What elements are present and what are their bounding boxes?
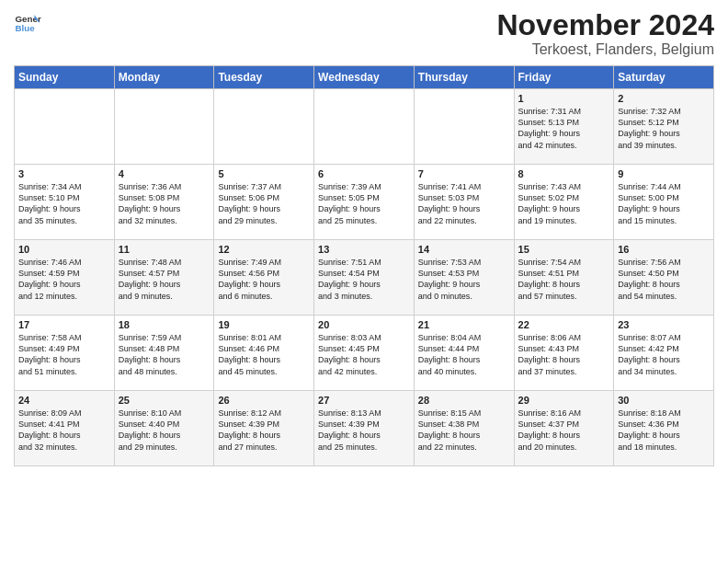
day-info: Sunrise: 7:56 AM Sunset: 4:50 PM Dayligh… bbox=[618, 257, 710, 302]
calendar-cell: 26Sunrise: 8:12 AM Sunset: 4:39 PM Dayli… bbox=[214, 391, 314, 466]
calendar-week-1: 1Sunrise: 7:31 AM Sunset: 5:13 PM Daylig… bbox=[15, 89, 714, 165]
calendar-cell: 29Sunrise: 8:16 AM Sunset: 4:37 PM Dayli… bbox=[514, 391, 614, 466]
calendar-cell: 12Sunrise: 7:49 AM Sunset: 4:56 PM Dayli… bbox=[214, 240, 314, 316]
day-info: Sunrise: 7:37 AM Sunset: 5:06 PM Dayligh… bbox=[218, 181, 310, 226]
day-number: 3 bbox=[18, 168, 110, 179]
calendar-week-5: 24Sunrise: 8:09 AM Sunset: 4:41 PM Dayli… bbox=[15, 391, 714, 466]
day-number: 18 bbox=[119, 319, 210, 330]
calendar-cell: 22Sunrise: 8:06 AM Sunset: 4:43 PM Dayli… bbox=[514, 316, 614, 391]
calendar-cell: 21Sunrise: 8:04 AM Sunset: 4:44 PM Dayli… bbox=[414, 316, 514, 391]
day-info: Sunrise: 7:34 AM Sunset: 5:10 PM Dayligh… bbox=[18, 181, 110, 226]
day-info: Sunrise: 7:53 AM Sunset: 4:53 PM Dayligh… bbox=[418, 257, 510, 302]
calendar-cell bbox=[15, 89, 115, 165]
col-tuesday: Tuesday bbox=[214, 66, 314, 89]
day-info: Sunrise: 8:03 AM Sunset: 4:45 PM Dayligh… bbox=[318, 332, 410, 377]
header: General Blue November 2024 Terkoest, Fla… bbox=[14, 9, 714, 58]
day-info: Sunrise: 7:54 AM Sunset: 4:51 PM Dayligh… bbox=[518, 257, 610, 302]
page-subtitle: Terkoest, Flanders, Belgium bbox=[496, 41, 714, 58]
day-number: 21 bbox=[418, 319, 510, 330]
calendar-week-4: 17Sunrise: 7:58 AM Sunset: 4:49 PM Dayli… bbox=[15, 316, 714, 391]
day-number: 24 bbox=[18, 395, 110, 406]
day-number: 1 bbox=[518, 93, 610, 104]
day-info: Sunrise: 8:09 AM Sunset: 4:41 PM Dayligh… bbox=[18, 408, 110, 453]
calendar-cell: 7Sunrise: 7:41 AM Sunset: 5:03 PM Daylig… bbox=[414, 165, 514, 240]
calendar-cell: 5Sunrise: 7:37 AM Sunset: 5:06 PM Daylig… bbox=[214, 165, 314, 240]
day-number: 30 bbox=[618, 395, 710, 406]
svg-text:General: General bbox=[16, 14, 42, 24]
day-info: Sunrise: 7:39 AM Sunset: 5:05 PM Dayligh… bbox=[318, 181, 410, 226]
day-number: 14 bbox=[418, 244, 510, 255]
day-number: 26 bbox=[218, 395, 310, 406]
day-number: 2 bbox=[618, 93, 710, 104]
calendar-cell: 17Sunrise: 7:58 AM Sunset: 4:49 PM Dayli… bbox=[15, 316, 115, 391]
calendar-cell: 11Sunrise: 7:48 AM Sunset: 4:57 PM Dayli… bbox=[114, 240, 214, 316]
col-thursday: Thursday bbox=[414, 66, 514, 89]
calendar-cell: 8Sunrise: 7:43 AM Sunset: 5:02 PM Daylig… bbox=[514, 165, 614, 240]
calendar-cell: 2Sunrise: 7:32 AM Sunset: 5:12 PM Daylig… bbox=[614, 89, 714, 165]
day-number: 9 bbox=[618, 168, 710, 179]
day-number: 25 bbox=[119, 395, 210, 406]
day-number: 4 bbox=[119, 168, 210, 179]
day-info: Sunrise: 7:31 AM Sunset: 5:13 PM Dayligh… bbox=[518, 106, 610, 151]
day-info: Sunrise: 7:49 AM Sunset: 4:56 PM Dayligh… bbox=[218, 257, 310, 302]
day-number: 27 bbox=[318, 395, 410, 406]
day-info: Sunrise: 8:16 AM Sunset: 4:37 PM Dayligh… bbox=[518, 408, 610, 453]
calendar-cell: 9Sunrise: 7:44 AM Sunset: 5:00 PM Daylig… bbox=[614, 165, 714, 240]
day-number: 12 bbox=[218, 244, 310, 255]
day-number: 29 bbox=[518, 395, 610, 406]
day-info: Sunrise: 8:10 AM Sunset: 4:40 PM Dayligh… bbox=[119, 408, 210, 453]
col-friday: Friday bbox=[514, 66, 614, 89]
day-info: Sunrise: 7:58 AM Sunset: 4:49 PM Dayligh… bbox=[18, 332, 110, 377]
calendar-cell: 16Sunrise: 7:56 AM Sunset: 4:50 PM Dayli… bbox=[614, 240, 714, 316]
day-number: 22 bbox=[518, 319, 610, 330]
day-number: 19 bbox=[218, 319, 310, 330]
day-info: Sunrise: 7:48 AM Sunset: 4:57 PM Dayligh… bbox=[119, 257, 210, 302]
day-number: 15 bbox=[518, 244, 610, 255]
day-number: 13 bbox=[318, 244, 410, 255]
calendar-cell: 10Sunrise: 7:46 AM Sunset: 4:59 PM Dayli… bbox=[15, 240, 115, 316]
day-info: Sunrise: 8:12 AM Sunset: 4:39 PM Dayligh… bbox=[218, 408, 310, 453]
day-number: 8 bbox=[518, 168, 610, 179]
day-number: 17 bbox=[18, 319, 110, 330]
day-info: Sunrise: 8:01 AM Sunset: 4:46 PM Dayligh… bbox=[218, 332, 310, 377]
day-info: Sunrise: 7:41 AM Sunset: 5:03 PM Dayligh… bbox=[418, 181, 510, 226]
day-info: Sunrise: 8:06 AM Sunset: 4:43 PM Dayligh… bbox=[518, 332, 610, 377]
title-block: November 2024 Terkoest, Flanders, Belgiu… bbox=[496, 9, 714, 58]
calendar-week-2: 3Sunrise: 7:34 AM Sunset: 5:10 PM Daylig… bbox=[15, 165, 714, 240]
day-info: Sunrise: 8:15 AM Sunset: 4:38 PM Dayligh… bbox=[418, 408, 510, 453]
calendar-table: Sunday Monday Tuesday Wednesday Thursday… bbox=[14, 65, 714, 466]
day-info: Sunrise: 7:36 AM Sunset: 5:08 PM Dayligh… bbox=[119, 181, 210, 226]
calendar-cell: 1Sunrise: 7:31 AM Sunset: 5:13 PM Daylig… bbox=[514, 89, 614, 165]
page-container: General Blue November 2024 Terkoest, Fla… bbox=[0, 0, 728, 471]
day-number: 20 bbox=[318, 319, 410, 330]
day-number: 6 bbox=[318, 168, 410, 179]
calendar-cell: 25Sunrise: 8:10 AM Sunset: 4:40 PM Dayli… bbox=[114, 391, 214, 466]
day-info: Sunrise: 8:18 AM Sunset: 4:36 PM Dayligh… bbox=[618, 408, 710, 453]
calendar-cell: 24Sunrise: 8:09 AM Sunset: 4:41 PM Dayli… bbox=[15, 391, 115, 466]
page-title: November 2024 bbox=[496, 9, 714, 41]
calendar-week-3: 10Sunrise: 7:46 AM Sunset: 4:59 PM Dayli… bbox=[15, 240, 714, 316]
col-sunday: Sunday bbox=[15, 66, 115, 89]
day-number: 23 bbox=[618, 319, 710, 330]
calendar-cell: 20Sunrise: 8:03 AM Sunset: 4:45 PM Dayli… bbox=[314, 316, 415, 391]
day-number: 16 bbox=[618, 244, 710, 255]
calendar-cell: 19Sunrise: 8:01 AM Sunset: 4:46 PM Dayli… bbox=[214, 316, 314, 391]
svg-text:Blue: Blue bbox=[16, 23, 36, 33]
day-info: Sunrise: 7:46 AM Sunset: 4:59 PM Dayligh… bbox=[18, 257, 110, 302]
calendar-cell: 13Sunrise: 7:51 AM Sunset: 4:54 PM Dayli… bbox=[314, 240, 415, 316]
calendar-cell bbox=[114, 89, 214, 165]
day-number: 7 bbox=[418, 168, 510, 179]
calendar-cell: 14Sunrise: 7:53 AM Sunset: 4:53 PM Dayli… bbox=[414, 240, 514, 316]
calendar-cell: 15Sunrise: 7:54 AM Sunset: 4:51 PM Dayli… bbox=[514, 240, 614, 316]
day-info: Sunrise: 8:04 AM Sunset: 4:44 PM Dayligh… bbox=[418, 332, 510, 377]
day-info: Sunrise: 7:32 AM Sunset: 5:12 PM Dayligh… bbox=[618, 106, 710, 151]
calendar-cell bbox=[414, 89, 514, 165]
day-info: Sunrise: 7:43 AM Sunset: 5:02 PM Dayligh… bbox=[518, 181, 610, 226]
day-info: Sunrise: 7:59 AM Sunset: 4:48 PM Dayligh… bbox=[119, 332, 210, 377]
col-saturday: Saturday bbox=[614, 66, 714, 89]
day-number: 28 bbox=[418, 395, 510, 406]
calendar-header-row: Sunday Monday Tuesday Wednesday Thursday… bbox=[15, 66, 714, 89]
calendar-cell: 23Sunrise: 8:07 AM Sunset: 4:42 PM Dayli… bbox=[614, 316, 714, 391]
calendar-cell: 6Sunrise: 7:39 AM Sunset: 5:05 PM Daylig… bbox=[314, 165, 415, 240]
col-wednesday: Wednesday bbox=[314, 66, 415, 89]
